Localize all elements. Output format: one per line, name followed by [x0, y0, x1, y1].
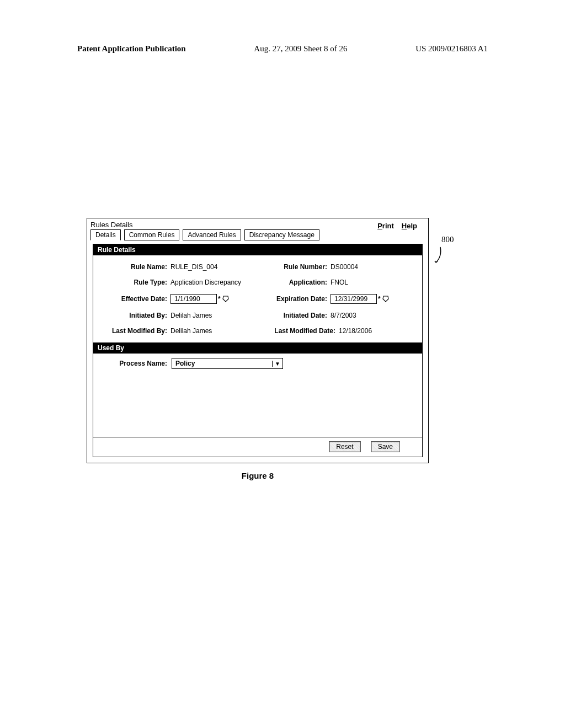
field-application: Application: FNOL: [261, 279, 414, 286]
field-last-modified-by: Last Modified By: Delilah James: [101, 327, 254, 335]
value-initiated-date: 8/7/2003: [331, 312, 356, 319]
field-effective-date: Effective Date: 1/1/1990 *: [101, 294, 254, 304]
label-application: Application:: [261, 279, 327, 286]
reference-number-800: 800: [441, 235, 454, 244]
required-asterisk: *: [378, 295, 381, 303]
document-header: Patent Application Publication Aug. 27, …: [0, 0, 565, 59]
label-last-modified-date: Last Modified Date:: [261, 327, 335, 335]
field-initiated-by: Initiated By: Delilah James: [101, 312, 254, 319]
doc-header-right: US 2009/0216803 A1: [415, 44, 488, 53]
tab-advanced-rules[interactable]: Advanced Rules: [183, 229, 241, 240]
rules-details-window: Rules Details Print Help Details Common …: [87, 218, 429, 463]
value-application: FNOL: [331, 279, 348, 286]
label-expiration-date: Expiration Date:: [261, 295, 327, 303]
calendar-icon[interactable]: [382, 295, 390, 303]
help-link[interactable]: Help: [402, 222, 417, 230]
value-last-modified-by: Delilah James: [170, 327, 212, 335]
field-rule-number: Rule Number: DS00004: [261, 263, 414, 271]
tab-details[interactable]: Details: [90, 229, 121, 240]
label-rule-name: Rule Name:: [101, 263, 167, 271]
label-last-modified-by: Last Modified By:: [101, 327, 167, 335]
figure-caption: Figure 8: [87, 471, 429, 480]
rule-details-header: Rule Details: [93, 244, 422, 255]
label-rule-type: Rule Type:: [101, 279, 167, 286]
chevron-down-icon: ▼: [272, 361, 282, 367]
expiration-date-input[interactable]: 12/31/2999: [331, 294, 377, 304]
value-rule-name: RULE_DIS_004: [170, 263, 217, 271]
required-asterisk: *: [218, 295, 221, 303]
tab-discrepancy-message[interactable]: Discrepancy Message: [244, 229, 319, 240]
field-expiration-date: Expiration Date: 12/31/2999 *: [261, 294, 414, 304]
button-row: Reset Save: [93, 437, 422, 457]
process-name-value: Policy: [172, 358, 198, 368]
used-by-header: Used By: [93, 342, 422, 354]
reset-button[interactable]: Reset: [329, 441, 360, 452]
field-rule-name: Rule Name: RULE_DIS_004: [101, 263, 254, 271]
label-initiated-by: Initiated By:: [101, 312, 167, 319]
value-initiated-by: Delilah James: [170, 312, 212, 319]
label-effective-date: Effective Date:: [101, 295, 167, 303]
label-process-name: Process Name:: [101, 360, 167, 367]
effective-date-input[interactable]: 1/1/1990: [170, 294, 217, 304]
print-link[interactable]: Print: [377, 222, 394, 230]
process-name-select[interactable]: Policy ▼: [172, 358, 283, 369]
doc-header-left: Patent Application Publication: [77, 44, 186, 53]
label-rule-number: Rule Number:: [261, 263, 327, 271]
save-button[interactable]: Save: [371, 441, 400, 452]
tab-common-rules[interactable]: Common Rules: [124, 229, 180, 240]
value-rule-number: DS00004: [331, 263, 358, 271]
calendar-icon[interactable]: [222, 295, 230, 303]
field-rule-type: Rule Type: Application Discrepancy: [101, 279, 254, 286]
reference-arrow-icon: [434, 246, 444, 266]
field-last-modified-date: Last Modified Date: 12/18/2006: [261, 327, 414, 335]
value-last-modified-date: 12/18/2006: [339, 327, 372, 335]
field-initiated-date: Initiated Date: 8/7/2003: [261, 312, 414, 319]
label-initiated-date: Initiated Date:: [261, 312, 327, 319]
doc-header-center: Aug. 27, 2009 Sheet 8 of 26: [254, 44, 347, 53]
value-rule-type: Application Discrepancy: [170, 279, 241, 286]
